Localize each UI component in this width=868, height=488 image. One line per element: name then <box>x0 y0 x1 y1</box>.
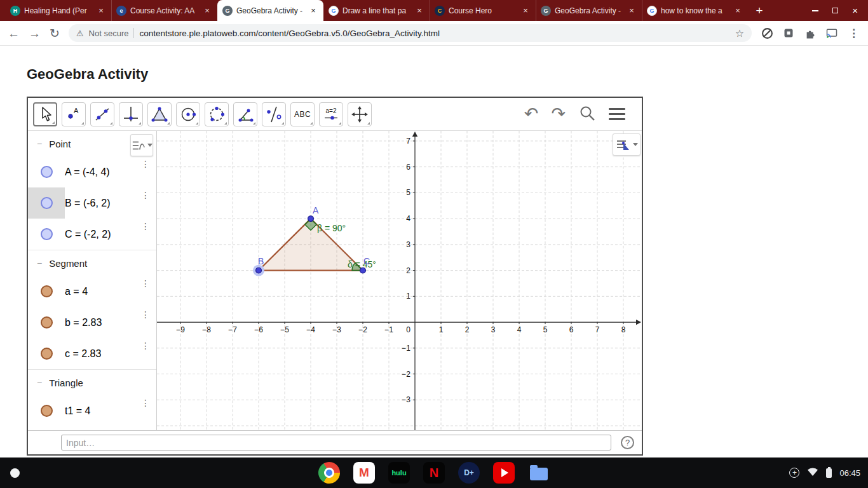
algebra-item-a[interactable]: a = 4 ⋮ <box>28 276 156 307</box>
item-text: t1 = 4 <box>65 405 90 417</box>
algebra-item-A[interactable]: A = (-4, 4) ⋮ <box>28 156 156 187</box>
algebra-item-t1[interactable]: t1 = 4 ⋮ <box>28 395 156 426</box>
undo-icon[interactable]: ↶ <box>524 105 539 123</box>
bookmark-star-icon[interactable]: ☆ <box>735 27 744 39</box>
section-header-triangle[interactable]: − Triangle <box>28 370 156 395</box>
visibility-toggle-icon[interactable] <box>41 166 53 178</box>
text-tool-button[interactable]: ABC <box>290 102 315 126</box>
youtube-app-icon[interactable] <box>493 462 515 484</box>
maximize-icon[interactable] <box>832 8 838 13</box>
item-options-icon[interactable]: ⋮ <box>141 341 150 351</box>
tab-close-icon[interactable]: × <box>96 6 106 16</box>
hulu-app-icon[interactable]: hulu <box>388 462 410 484</box>
blocker-extension-icon[interactable] <box>761 27 773 39</box>
slider-tool-button[interactable]: a=2 <box>319 102 343 126</box>
collapse-icon[interactable]: − <box>37 377 42 388</box>
move-graphics-view-tool-button[interactable] <box>348 102 372 126</box>
geogebra-input[interactable] <box>61 435 611 451</box>
browser-menu-icon[interactable]: ⋮ <box>847 27 860 40</box>
tab-course-activity[interactable]: e Course Activity: AA × <box>111 0 217 21</box>
tab-close-icon[interactable]: × <box>733 6 743 16</box>
tab-course-hero[interactable]: C Course Hero × <box>430 0 536 21</box>
tab-close-icon[interactable]: × <box>414 6 424 16</box>
extensions-puzzle-icon[interactable] <box>804 27 817 39</box>
item-options-icon[interactable]: ⋮ <box>141 221 150 231</box>
forward-icon[interactable]: → <box>29 27 41 39</box>
circle-with-center-tool-button[interactable] <box>176 102 200 126</box>
new-tab-button[interactable]: + <box>750 2 768 20</box>
svg-text:5: 5 <box>406 188 410 197</box>
disney-plus-app-icon[interactable]: D+ <box>458 462 480 484</box>
algebra-item-C[interactable]: C = (-2, 2) ⋮ <box>28 219 156 250</box>
svg-text:B: B <box>258 256 264 266</box>
search-icon[interactable] <box>578 104 596 125</box>
tab-healing-hand[interactable]: H Healing Hand (Per × <box>5 0 111 21</box>
item-options-icon[interactable]: ⋮ <box>141 190 150 200</box>
cast-extension-icon[interactable] <box>825 27 838 39</box>
perpendicular-line-tool-button[interactable] <box>119 102 143 126</box>
item-options-icon[interactable]: ⋮ <box>141 278 150 288</box>
svg-text:−1: −1 <box>384 325 393 334</box>
visibility-toggle-icon[interactable] <box>41 316 53 329</box>
visibility-toggle-icon[interactable] <box>41 197 53 209</box>
svg-text:−1: −1 <box>402 344 410 353</box>
graphics-style-bar-button[interactable] <box>613 133 641 156</box>
extension-icon[interactable] <box>782 27 795 39</box>
line-tool-button[interactable] <box>90 102 114 126</box>
tab-close-icon[interactable]: × <box>627 6 637 16</box>
algebra-style-bar-button[interactable] <box>130 134 153 156</box>
graphics-view[interactable]: −9−8−7−6−5−4−3−2−1123456780−3−2−11234567… <box>157 131 642 430</box>
tab-geogebra-activity-active[interactable]: G GeoGebra Activity - × <box>217 0 323 21</box>
move-tool-button[interactable] <box>33 102 57 126</box>
status-area[interactable]: + 06:45 <box>789 467 860 479</box>
not-secure-warning-icon[interactable]: ⚠ <box>76 29 84 38</box>
tab-title: GeoGebra Activity - <box>236 6 304 15</box>
section-header-segment[interactable]: − Segment <box>28 250 156 276</box>
window-close-icon[interactable]: × <box>852 6 858 15</box>
reflect-about-line-tool-button[interactable] <box>262 102 286 126</box>
omnibox[interactable]: ⚠ Not secure contentstore.ple.platoweb.c… <box>69 24 752 42</box>
help-icon[interactable]: ? <box>621 436 634 449</box>
item-text: A = (-4, 4) <box>65 166 110 178</box>
algebra-item-c[interactable]: c = 2.83 ⋮ <box>28 338 156 369</box>
collapse-icon[interactable]: − <box>37 258 42 268</box>
tab-title: Healing Hand (Per <box>24 6 92 15</box>
tab-how-to-know[interactable]: G how to know the a × <box>642 0 748 21</box>
swatch-cell <box>28 338 65 369</box>
tab-close-icon[interactable]: × <box>520 6 531 16</box>
chrome-app-icon[interactable] <box>315 458 344 487</box>
plus-icon[interactable]: + <box>789 468 799 478</box>
files-app-icon[interactable] <box>528 462 550 484</box>
visibility-toggle-icon[interactable] <box>41 228 53 240</box>
folder-icon <box>530 468 548 480</box>
gmail-app-icon[interactable]: M <box>353 462 375 484</box>
tab-draw-a-line[interactable]: G Draw a line that pa × <box>323 0 430 21</box>
redo-icon[interactable]: ↷ <box>551 105 566 123</box>
item-options-icon[interactable]: ⋮ <box>141 398 150 408</box>
collapse-icon[interactable]: − <box>37 139 42 149</box>
tab-geogebra-activity-2[interactable]: G GeoGebra Activity - × <box>536 0 642 21</box>
algebra-item-B[interactable]: B = (-6, 2) ⋮ <box>28 187 156 219</box>
reload-icon[interactable]: ↻ <box>50 27 60 39</box>
tab-close-icon[interactable]: × <box>202 6 212 16</box>
item-options-icon[interactable]: ⋮ <box>141 159 150 169</box>
algebra-item-b[interactable]: b = 2.83 ⋮ <box>28 307 156 338</box>
tab-close-icon[interactable]: × <box>308 6 318 16</box>
url-text[interactable]: contentstore.ple.platoweb.com/content/Ge… <box>139 29 729 38</box>
launcher-icon[interactable] <box>10 468 20 478</box>
angle-tool-button[interactable] <box>233 102 257 126</box>
hamburger-menu-icon[interactable] <box>609 108 625 120</box>
back-icon[interactable]: ← <box>8 27 20 39</box>
circle-through-points-tool-button[interactable] <box>205 102 229 126</box>
item-options-icon[interactable]: ⋮ <box>141 309 150 320</box>
minimize-icon[interactable] <box>812 10 818 11</box>
visibility-toggle-icon[interactable] <box>41 348 53 360</box>
coordinate-plane[interactable]: −9−8−7−6−5−4−3−2−1123456780−3−2−11234567… <box>157 131 642 430</box>
point-tool-button[interactable]: A <box>62 102 86 126</box>
visibility-toggle-icon[interactable] <box>41 285 53 297</box>
polygon-tool-button[interactable] <box>147 102 172 126</box>
visibility-toggle-icon[interactable] <box>41 405 53 417</box>
svg-text:3: 3 <box>406 240 410 249</box>
netflix-app-icon[interactable]: N <box>423 462 445 484</box>
perpendicular-lines-icon <box>121 105 140 124</box>
